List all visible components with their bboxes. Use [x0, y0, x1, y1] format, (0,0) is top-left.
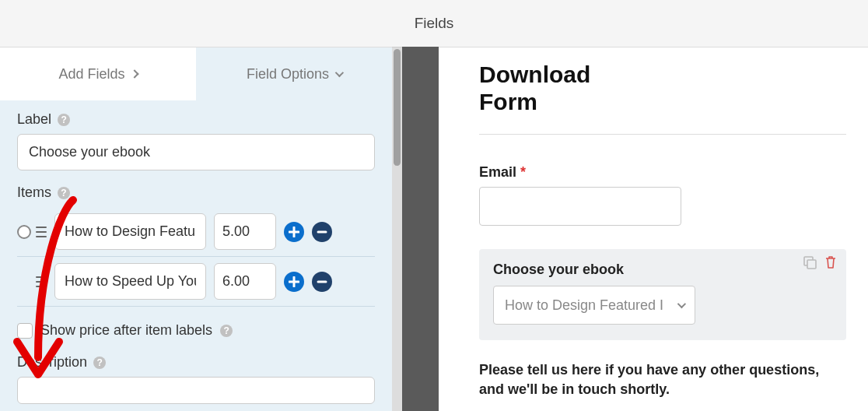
show-price-label: Show price after item labels [40, 322, 212, 339]
closing-text: Please tell us here if you have any othe… [479, 360, 846, 399]
label-heading: Label [17, 111, 51, 128]
add-item-button[interactable] [284, 222, 304, 242]
tab-field-options-label: Field Options [247, 66, 329, 83]
topbar-title: Fields [415, 15, 454, 32]
remove-item-button[interactable] [312, 222, 332, 242]
item-name-input[interactable] [54, 213, 206, 250]
show-price-row: Show price after item labels ? [17, 322, 375, 339]
plus-icon [289, 276, 299, 287]
email-input[interactable] [479, 187, 681, 226]
form-divider [479, 134, 846, 135]
item-price-input[interactable] [214, 213, 276, 250]
help-icon[interactable]: ? [58, 187, 70, 199]
description-input[interactable] [17, 377, 375, 404]
help-icon[interactable]: ? [220, 325, 233, 337]
ebook-select[interactable]: How to Design Featured I [493, 286, 695, 325]
minus-icon [317, 276, 327, 287]
description-heading-row: Description ? [17, 354, 375, 371]
tab-add-fields-label: Add Fields [58, 66, 124, 83]
duplicate-icon[interactable] [803, 255, 817, 273]
drag-handle-icon[interactable] [36, 276, 47, 287]
required-star: * [520, 164, 526, 180]
add-item-button[interactable] [284, 272, 304, 292]
main: Add Fields Field Options Label ? Items ? [0, 47, 868, 411]
remove-item-button[interactable] [312, 272, 332, 292]
block-actions [803, 255, 837, 273]
choose-ebook-label: Choose your ebook [493, 262, 832, 278]
drag-handle-icon[interactable] [36, 227, 47, 237]
help-icon[interactable]: ? [93, 357, 106, 369]
choose-ebook-block[interactable]: Choose your ebook How to Design Featured… [479, 249, 846, 340]
chevron-right-icon [130, 69, 138, 78]
scrollbar[interactable] [392, 47, 402, 411]
delete-icon[interactable] [824, 255, 837, 273]
items-section: Items ? [17, 184, 375, 339]
radio-icon[interactable] [17, 225, 31, 239]
minus-icon [317, 227, 327, 237]
item-row [17, 257, 375, 307]
form-title: Download Form [479, 61, 846, 115]
form-title-line1: Download [479, 61, 590, 87]
topbar: Fields [0, 0, 868, 47]
label-section: Label ? [17, 111, 375, 170]
label-input[interactable] [17, 134, 375, 170]
description-heading: Description [17, 354, 87, 371]
item-drag-radio [17, 275, 47, 289]
email-label: Email [479, 164, 516, 180]
item-drag-radio [17, 225, 47, 239]
chevron-down-icon [677, 300, 686, 308]
scrollbar-thumb[interactable] [394, 49, 401, 166]
panel-body: Label ? Items ? [0, 100, 392, 411]
email-field-block: Email * [479, 164, 846, 226]
show-price-checkbox[interactable] [17, 323, 33, 339]
item-price-input[interactable] [214, 263, 276, 300]
items-heading: Items [17, 184, 51, 201]
tab-field-options[interactable]: Field Options [196, 47, 392, 100]
description-section: Description ? [17, 354, 375, 404]
ebook-select-value: How to Design Featured I [505, 297, 663, 314]
chevron-down-icon [335, 68, 344, 77]
help-icon[interactable]: ? [58, 114, 70, 126]
plus-icon [289, 227, 299, 237]
email-label-row: Email * [479, 164, 846, 181]
svg-rect-1 [807, 260, 816, 269]
preview-panel: Download Form Email * Choose your ebook [439, 47, 868, 411]
item-name-input[interactable] [54, 263, 206, 300]
form-title-line2: Form [479, 89, 537, 114]
item-row [17, 207, 375, 257]
tab-add-fields[interactable]: Add Fields [0, 47, 196, 100]
tabs: Add Fields Field Options [0, 47, 392, 100]
label-heading-row: Label ? [17, 111, 375, 128]
left-panel: Add Fields Field Options Label ? Items ? [0, 47, 392, 411]
preview-frame-border [402, 47, 439, 411]
items-heading-row: Items ? [17, 184, 375, 201]
